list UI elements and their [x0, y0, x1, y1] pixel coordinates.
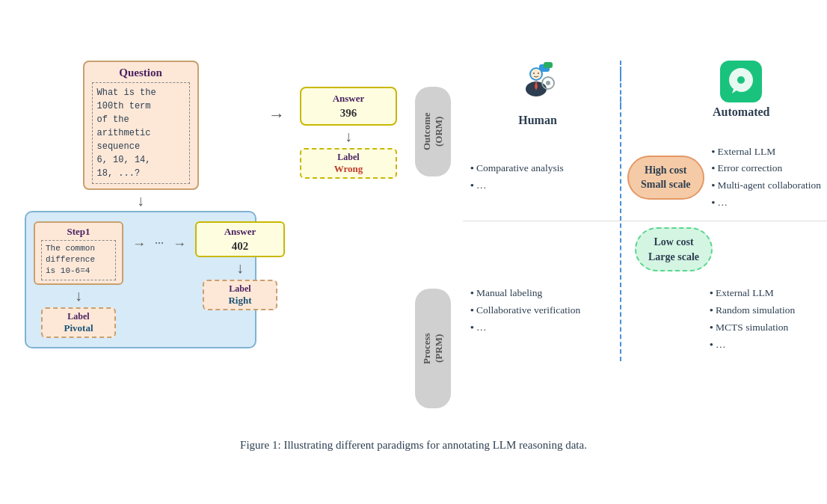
arrow-down-q: ↓: [137, 193, 144, 208]
automated-outcome-bullets: External LLM Error correction Multi-agen…: [704, 144, 828, 212]
question-title: Question: [92, 67, 190, 79]
label-value-wrong: Wrong: [307, 163, 390, 175]
process-connector: → ··· →: [128, 221, 191, 252]
human-col-label: Human: [518, 114, 557, 127]
svg-point-11: [737, 76, 745, 84]
label-value-right: Right: [210, 295, 270, 307]
arrow-right-q: →: [268, 105, 285, 125]
svg-point-8: [533, 73, 535, 74]
automated-process-item-1: External LLM: [710, 285, 827, 302]
diagram: Question What is the 100th term of the a…: [25, 61, 802, 427]
orm-label: Outcome(ORM): [415, 87, 451, 176]
label-box-pivotal: Label Pivotal: [41, 307, 116, 338]
automated-process-item-4: …: [710, 336, 827, 354]
automated-col-header: Automated: [629, 61, 827, 127]
human-process-bullets: Manual labeling Collaborative verificati…: [463, 285, 612, 336]
cost-badge-high: High costSmall scale: [627, 156, 704, 200]
human-outcome-item-1: Comparative analysis: [470, 160, 612, 177]
vertical-divider-top: [620, 61, 621, 105]
arrow-right-process2: →: [173, 236, 186, 252]
question-box: Question What is the 100th term of the a…: [83, 61, 199, 190]
human-outcome-list: Comparative analysis …: [470, 160, 612, 194]
svg-rect-6: [544, 62, 553, 68]
human-icon-svg: [515, 61, 560, 105]
label-value-pivotal: Pivotal: [49, 322, 108, 334]
arrow-down-outcome: ↓: [345, 129, 352, 144]
automated-process-item-3: MCTS simulation: [710, 319, 827, 336]
step-col: Step1 The common difference is 10-6=4 ↓ …: [34, 221, 123, 338]
answer-value-top: 396: [309, 107, 388, 120]
automated-icon-svg: [720, 61, 762, 102]
answer-title-top: Answer: [309, 93, 388, 105]
outcome-row: Comparative analysis … High costSmall sc…: [463, 136, 827, 222]
automated-process-list: External LLM Random simulation MCTS simu…: [710, 285, 827, 354]
human-process-item-3: …: [470, 319, 612, 336]
right-section: Human Automated: [463, 61, 827, 362]
automated-outcome-item-3: Multi-agent collaboration: [712, 177, 828, 194]
label-title-1: Label: [49, 311, 108, 322]
arrow-down-ans-process: ↓: [236, 260, 244, 275]
automated-process-bullets: External LLM Random simulation MCTS simu…: [702, 285, 827, 354]
figure-caption: Figure 1: Illustrating different paradig…: [25, 439, 802, 452]
question-content: What is the 100th term of the arithmetic…: [92, 82, 190, 184]
step-title: Step1: [41, 226, 116, 238]
cost-badge-low: Low costLarge scale: [635, 227, 713, 271]
human-process-list: Manual labeling Collaborative verificati…: [470, 285, 612, 336]
automated-col-label: Automated: [713, 105, 769, 119]
human-outcome-item-2: …: [470, 177, 612, 194]
human-outcome-bullets: Comparative analysis …: [463, 160, 612, 194]
answer-label-box: Label Wrong: [300, 148, 397, 179]
human-col-header: Human: [463, 61, 612, 127]
mid-section: Answer 396 ↓ Label Wrong: [292, 87, 405, 179]
svg-point-4: [546, 81, 550, 85]
label-title-outcome: Label: [307, 152, 390, 163]
header-row: Human Automated: [463, 61, 827, 127]
prm-label: Process(PRM): [415, 289, 451, 408]
human-icon: [515, 61, 560, 111]
process-box: Step1 The common difference is 10-6=4 ↓ …: [25, 211, 256, 348]
main-container: Question What is the 100th term of the a…: [17, 46, 810, 459]
human-process-item-2: Collaborative verification: [470, 302, 612, 319]
answer-box-top: Answer 396: [300, 87, 397, 126]
arrow-right-process: →: [132, 236, 146, 252]
top-arrow-section: →: [264, 105, 289, 364]
process-row: Manual labeling Collaborative verificati…: [463, 277, 827, 361]
dots-connector: ···: [155, 237, 164, 251]
svg-point-7: [531, 69, 541, 79]
svg-point-9: [538, 73, 539, 74]
automated-outcome-item-2: Error correction: [712, 160, 828, 177]
arrow-down-step: ↓: [75, 288, 82, 303]
orm-prm-section: Outcome(ORM) Process(PRM): [411, 68, 455, 427]
automated-outcome-item-4: …: [712, 194, 828, 212]
automated-outcome-list: External LLM Error correction Multi-agen…: [712, 144, 828, 212]
automated-process-item-2: Random simulation: [710, 302, 827, 319]
step-box: Step1 The common difference is 10-6=4: [34, 221, 123, 285]
label-title-2: Label: [210, 283, 270, 295]
automated-outcome-item-1: External LLM: [712, 144, 828, 161]
human-process-item-1: Manual labeling: [470, 285, 612, 302]
step-content: The common difference is 10-6=4: [41, 240, 116, 280]
left-section: Question What is the 100th term of the a…: [25, 61, 256, 348]
